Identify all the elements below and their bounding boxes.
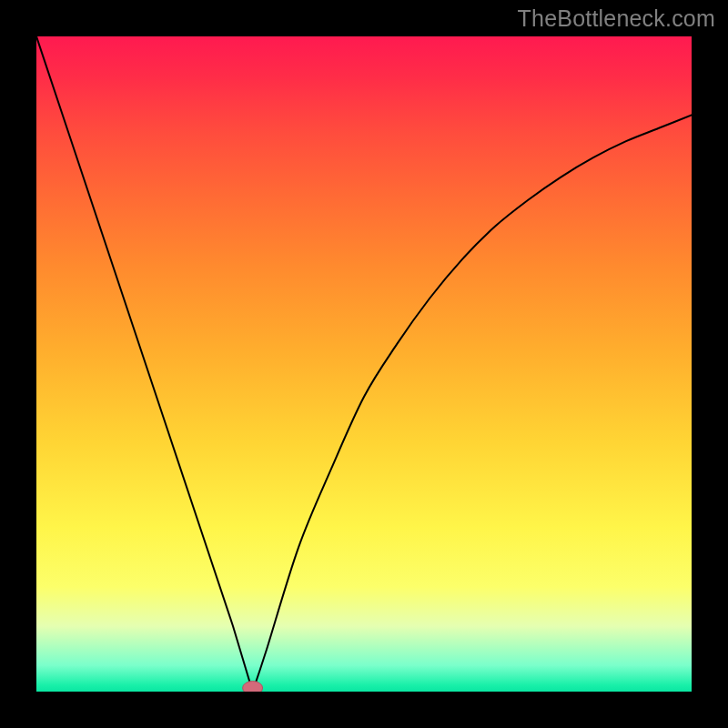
plot-area [36, 36, 692, 692]
optimum-marker [243, 682, 263, 693]
bottleneck-curve-path [36, 36, 692, 692]
chart-frame: TheBottleneck.com [0, 0, 728, 728]
chart-svg [36, 36, 692, 692]
watermark-label: TheBottleneck.com [518, 5, 715, 32]
